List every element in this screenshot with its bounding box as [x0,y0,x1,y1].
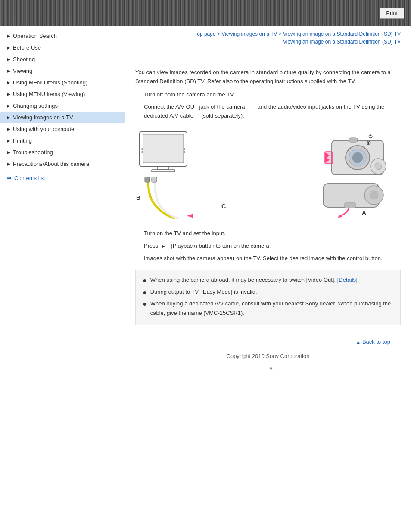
step2-post: (sold separately). [201,112,244,119]
cable-diagram-svg [140,177,209,224]
sidebar-item-printing[interactable]: ▶ Printing [0,135,125,146]
step4-pre: Press [144,243,158,249]
contents-list-link[interactable]: ➡ Contents list [0,171,125,185]
footer-area: ▲ Back to top [135,334,401,349]
sidebar-label-10: Troubleshooting [13,149,53,156]
svg-rect-24 [345,203,355,208]
svg-point-7 [184,151,185,153]
note-text-0: When using the camera abroad, it may be … [150,275,393,285]
contents-list-arrow-icon: ➡ [7,175,12,181]
breadcrumb-link-4[interactable]: Viewing an image on a Standard Definitio… [283,39,401,45]
sidebar-label-2: Shooting [13,56,35,62]
sidebar-item-before-use[interactable]: ▶ Before Use [0,42,125,53]
header-bar: Print [0,0,411,26]
svg-point-26 [370,191,378,199]
sidebar-item-viewing-tv[interactable]: ▶ Viewing images on a TV [0,112,125,123]
main-layout: ▶ Operation Search ▶ Before Use ▶ Shooti… [0,26,411,383]
arrow-icon-2: ▶ [7,57,10,62]
breadcrumb: Top page > Viewing images on a TV > View… [135,30,401,46]
intro-text: You can view images recorded on the came… [135,68,401,86]
note-item-2: ● When buying a dedicated A/V cable, con… [143,299,393,318]
svg-point-5 [141,151,143,153]
arrow-icon-11: ▶ [7,162,10,166]
sidebar-item-troubleshooting[interactable]: ▶ Troubleshooting [0,146,125,158]
breadcrumb-link-1[interactable]: Top page [194,31,215,37]
sidebar-item-precautions[interactable]: ▶ Precautions/About this camera [0,158,125,170]
arrow-icon-8: ▶ [7,127,10,131]
note-item-1: ● During output to TV, [Easy Mode] is in… [143,287,393,297]
sidebar-item-menu-viewing[interactable]: ▶ Using MENU items (Viewing) [0,88,125,100]
label-c: C [221,203,226,210]
svg-rect-19 [325,152,333,164]
back-to-top-label: Back to top [362,339,390,345]
contents-list-label: Contents list [14,175,45,181]
svg-rect-3 [152,170,175,172]
playback-icon [161,243,168,249]
arrow-icon-3: ▶ [7,68,10,73]
note-item-0: ● When using the camera abroad, it may b… [143,275,393,285]
step3-text: Turn on the TV and set the input. [144,229,401,238]
sidebar-label-3: Viewing [13,68,32,74]
step4-text: Press (Playback) button to turn on the c… [144,242,401,251]
step2-pre: Connect the A/V OUT jack of the camera [144,103,245,110]
sidebar-label-9: Printing [13,137,32,144]
svg-point-14 [375,163,382,170]
page-title-section [135,53,401,61]
bullet-1: ● [143,288,147,297]
svg-point-6 [184,148,185,150]
notes-box: ● When using the camera abroad, it may b… [135,270,401,325]
sidebar-item-shooting[interactable]: ▶ Shooting [0,53,125,65]
svg-rect-12 [349,138,358,142]
step1-text: Turn off both the camera and the TV. [144,90,401,100]
arrow-icon-4: ▶ [7,80,10,85]
sidebar-item-changing-settings[interactable]: ▶ Changing settings [0,100,125,112]
note-text-1: During output to TV, [Easy Mode] is inva… [150,287,393,297]
sidebar-item-viewing[interactable]: ▶ Viewing [0,65,125,77]
svg-rect-20 [145,177,150,182]
svg-marker-22 [187,214,193,218]
step5-text: Images shot with the camera appear on th… [144,254,401,263]
back-to-top-arrow: ▲ [356,339,361,345]
back-to-top-link[interactable]: ▲ Back to top [356,339,390,345]
step4-playback: (Playback) button to turn on the camera. [171,243,271,249]
page-num-display: 119 [135,363,401,374]
svg-rect-1 [143,134,184,163]
sidebar: ▶ Operation Search ▶ Before Use ▶ Shooti… [0,26,125,383]
note-0-pre: When using the camera abroad, it may be … [150,277,336,283]
sidebar-label-4: Using MENU items (Shooting) [13,79,87,86]
sidebar-label-0: Operation Search [13,33,57,39]
sidebar-label-5: Using MENU items (Viewing) [13,91,85,97]
arrow-icon-10: ▶ [7,150,10,155]
svg-point-4 [141,148,143,150]
arrow-icon-1: ▶ [7,45,10,50]
diagram-area: ① ② B C A [135,128,401,222]
sidebar-label-7: Viewing images on a TV [13,114,73,121]
sidebar-label-6: Changing settings [13,103,58,109]
arrow-icon-0: ▶ [7,34,10,38]
svg-text:②: ② [368,134,373,139]
bullet-2: ● [143,299,147,309]
arrow-icon-5: ▶ [7,92,10,96]
arrow-icon-6: ▶ [7,103,10,108]
content-area: Top page > Viewing images on a TV > View… [125,26,411,383]
sidebar-item-menu-shooting[interactable]: ▶ Using MENU items (Shooting) [0,77,125,88]
camera-bottom-svg [310,179,388,218]
breadcrumb-link-2[interactable]: Viewing images on a TV [221,31,277,37]
note-0-link[interactable]: [Details] [337,277,358,283]
print-button[interactable]: Print [380,8,404,19]
sidebar-label-11: Precautions/About this camera [13,161,89,167]
step2-text: Connect the A/V OUT jack of the camera a… [144,103,401,121]
svg-text:①: ① [366,140,371,146]
svg-point-11 [352,152,363,163]
copyright-text: Copyright 2010 Sony Corporation [135,349,401,363]
arrow-icon-9: ▶ [7,138,10,143]
breadcrumb-link-3[interactable]: Viewing an image on a Standard Definitio… [283,31,401,37]
note-text-2: When buying a dedicated A/V cable, consu… [150,299,393,318]
sidebar-label-8: Using with your computer [13,126,76,132]
svg-rect-21 [152,177,157,182]
label-b: B [136,194,140,201]
sidebar-item-using-computer[interactable]: ▶ Using with your computer [0,123,125,135]
sidebar-item-operation-search[interactable]: ▶ Operation Search [0,30,125,42]
sidebar-label-1: Before Use [13,44,41,51]
svg-rect-2 [158,166,169,170]
